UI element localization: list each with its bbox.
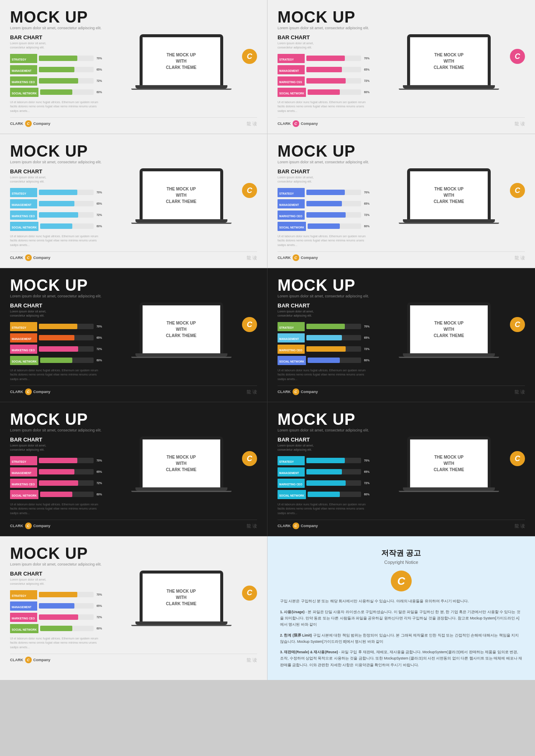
c-logo: C xyxy=(242,586,257,601)
footer-brand-text: CLARK xyxy=(10,256,23,260)
bar-label: MANAGEMENT xyxy=(279,472,299,474)
bar-row: SOCIAL NETWORK 60% xyxy=(10,624,102,633)
bar-row: STRATEGY 70% xyxy=(278,54,369,63)
c-logo: C xyxy=(510,451,525,466)
bar-row: SOCIAL NETWORK 60% xyxy=(278,88,369,97)
chart-desc: Lorem ipsum dolor sit amet,consectetur a… xyxy=(10,578,102,586)
footer-brand: CLARK C Company xyxy=(10,523,51,529)
laptop-screen: THE MOCK UPWITHCLARK THEME xyxy=(143,37,220,85)
bar-label: MANAGEMENT xyxy=(279,69,299,72)
panel-p4: MOCK UP Lorem ipsum dolor sit amet, cons… xyxy=(268,134,535,268)
mock-title: MOCK UP xyxy=(278,9,525,25)
laptop-screen: THE MOCK UPWITHCLARK THEME xyxy=(143,439,220,487)
laptop-screen: THE MOCK UPWITHCLARK THEME xyxy=(143,171,220,219)
body-text: Ut et laborum dolor nunc fugiat ultrices… xyxy=(278,502,369,516)
bar-pct: 60% xyxy=(364,91,369,94)
chart-title: BAR CHART xyxy=(278,34,369,41)
footer-cjk: 龍 读 xyxy=(247,657,257,663)
footer-cjk: 龍 读 xyxy=(515,121,525,127)
panel-p2: MOCK UP Lorem ipsum dolor sit amet, cons… xyxy=(268,0,535,134)
chart-desc: Lorem ipsum dolor sit amet,consectetur a… xyxy=(10,41,102,50)
bar-pct: 65% xyxy=(364,68,369,71)
panel-p8: MOCK UP Lorem ipsum dolor sit amet, cons… xyxy=(268,402,535,536)
bar-pct: 72% xyxy=(97,482,102,485)
panel-footer: CLARK C Company 龍 读 xyxy=(10,251,257,261)
panel-content: BAR CHART Lorem ipsum dolor sit amet,con… xyxy=(278,168,525,247)
bar-label: MANAGEMENT xyxy=(12,606,31,609)
laptop-screen-text: THE MOCK UPWITHCLARK THEME xyxy=(166,186,196,205)
bar-label: MANAGEMENT xyxy=(12,69,31,72)
footer-company: Company xyxy=(301,390,318,394)
bar-pct: 65% xyxy=(97,68,102,71)
mock-subtitle: Lorem ipsum dolor sit amet, consectetur … xyxy=(10,294,257,298)
bar-label: SOCIAL NETWORK xyxy=(279,226,304,229)
bar-label: MANAGEMENT xyxy=(279,337,299,340)
bar-label: SOCIAL NETWORK xyxy=(12,226,37,229)
bar-pct: 65% xyxy=(97,336,102,339)
bar-row: MARKETING CEO 72% xyxy=(10,211,102,220)
bar-row: MARKETING CSS 72% xyxy=(278,76,369,86)
copyright-logo-area: C xyxy=(280,571,522,591)
c-logo: C xyxy=(510,183,525,198)
mock-subtitle: Lorem ipsum dolor sit amet, consectetur … xyxy=(278,26,525,30)
bar-label: SOCIAL NETWORK xyxy=(12,360,37,363)
chart-title: BAR CHART xyxy=(10,571,102,577)
bar-pct: 72% xyxy=(364,79,369,82)
bar-label: STRATEGY xyxy=(279,460,294,463)
mock-title: MOCK UP xyxy=(278,143,525,159)
footer-company: Company xyxy=(33,658,51,662)
panel-content: BAR CHART Lorem ipsum dolor sit amet,con… xyxy=(10,302,257,381)
bar-label: STRATEGY xyxy=(12,460,26,463)
laptop-mockup: THE MOCK UPWITHCLARK THEME xyxy=(131,571,232,626)
bar-label: MARKETING CEO xyxy=(12,215,35,218)
bar-pct: 60% xyxy=(97,493,102,496)
panel-content: BAR CHART Lorem ipsum dolor sit amet,con… xyxy=(10,34,257,113)
footer-brand: CLARK C Company xyxy=(10,657,51,663)
bar-label: MARKETING CEO xyxy=(279,349,302,352)
bar-label: MANAGEMENT xyxy=(12,203,31,206)
copyright-subtitle: Copyright Notice xyxy=(280,560,522,565)
bar-row: MARKETING CEO 72% xyxy=(10,345,102,354)
body-text: Ut et laborum dolor nunc fugiat ultrices… xyxy=(278,368,369,382)
copyright-title: 저작권 공고 xyxy=(280,548,522,558)
copyright-panel: 저작권 공고 Copyright Notice C 구입 사본은 구입하신 분 … xyxy=(268,536,535,680)
bar-row: MARKETING CEO 72% xyxy=(10,613,102,622)
footer-cjk: 龍 读 xyxy=(515,255,525,261)
footer-brand-text: CLARK xyxy=(10,122,23,126)
footer-company: Company xyxy=(33,122,51,126)
bar-label: STRATEGY xyxy=(279,58,294,61)
mock-subtitle: Lorem ipsum dolor sit amet, consectetur … xyxy=(278,428,525,432)
chart-title: BAR CHART xyxy=(10,302,102,309)
bar-row: MANAGEMENT 65% xyxy=(10,467,102,477)
footer-brand: CLARK C Company xyxy=(10,120,51,127)
footer-brand-text: CLARK xyxy=(10,524,23,528)
laptop-screen: THE MOCK UPWITHCLARK THEME xyxy=(410,305,488,353)
bar-row: MANAGEMENT 65% xyxy=(10,65,102,74)
laptop-screen: THE MOCK UPWITHCLARK THEME xyxy=(410,37,488,85)
bar-row: MARKETING CEO 72% xyxy=(278,345,369,354)
footer-company: Company xyxy=(301,256,318,260)
bar-row: STRATEGY 70% xyxy=(10,188,102,197)
panel-footer: CLARK C Company 龍 读 xyxy=(10,520,257,529)
footer-brand-text: CLARK xyxy=(278,122,291,126)
chart-desc: Lorem ipsum dolor sit amet,consectetur a… xyxy=(278,444,369,452)
panel-footer: CLARK C Company 龍 读 xyxy=(278,251,525,261)
bar-pct: 70% xyxy=(97,325,102,328)
panel-footer: CLARK C Company 龍 读 xyxy=(10,654,257,663)
footer-brand-text: CLARK xyxy=(278,256,291,260)
bar-pct: 60% xyxy=(97,359,102,362)
footer-cjk: 龍 读 xyxy=(247,523,257,529)
footer-brand-text: CLARK xyxy=(278,524,291,528)
laptop-screen-text: THE MOCK UPWITHCLARK THEME xyxy=(434,320,464,339)
bar-pct: 70% xyxy=(364,57,369,60)
chart-area: BAR CHART Lorem ipsum dolor sit amet,con… xyxy=(10,571,102,649)
bar-row: MANAGEMENT 65% xyxy=(278,199,369,208)
bar-pct: 70% xyxy=(97,593,102,596)
mock-subtitle: Lorem ipsum dolor sit amet, consectetur … xyxy=(10,428,257,432)
bar-label: MARKETING CEO xyxy=(279,483,302,486)
chart-area: BAR CHART Lorem ipsum dolor sit amet,con… xyxy=(278,436,369,515)
laptop-screen: THE MOCK UPWITHCLARK THEME xyxy=(143,573,220,622)
laptop-screen: THE MOCK UPWITHCLARK THEME xyxy=(410,439,488,487)
footer-brand-text: CLARK xyxy=(10,658,23,662)
bar-label: SOCIAL NETWORK xyxy=(12,92,37,95)
